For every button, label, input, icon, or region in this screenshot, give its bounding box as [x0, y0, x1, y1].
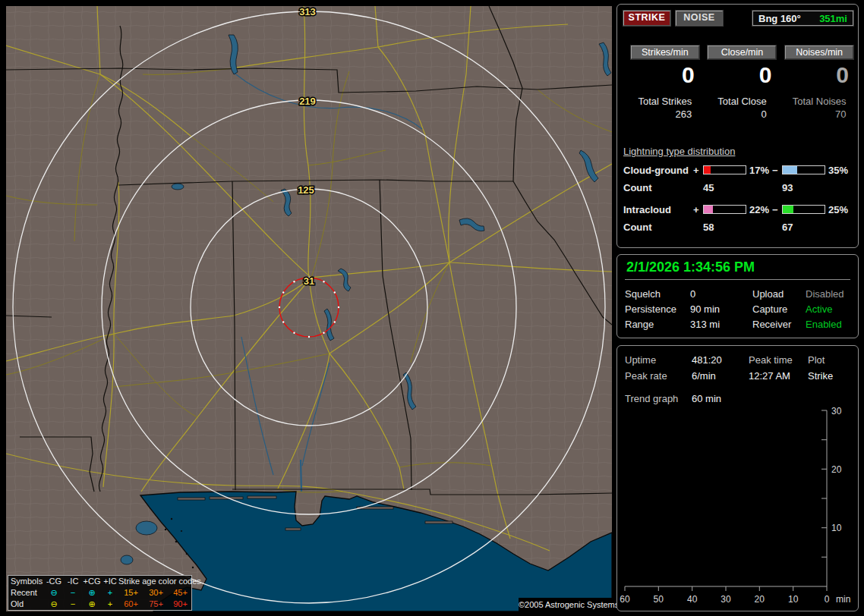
plus-sign: +	[693, 204, 703, 215]
legend-old-row: Old ⊖ − ⊕ + 60+ 75+ 90+	[8, 599, 191, 610]
noises-per-min-button[interactable]: Noises/min	[785, 46, 853, 59]
ic-positive-pct: 22%	[746, 204, 772, 215]
uptime-value: 481:20	[692, 352, 749, 368]
intracloud-label: Intracloud	[623, 204, 693, 215]
plus-sign: +	[693, 165, 703, 176]
capture-status: Active	[806, 302, 850, 317]
x-tick-20: 20	[755, 594, 765, 605]
persistence-value: 90 min	[690, 302, 752, 317]
noise-mode-button[interactable]: NOISE	[676, 11, 723, 26]
recent-pos-cg-icon: ⊕	[82, 587, 102, 599]
counters-panel: STRIKE NOISE Bng 160° 351mi Strikes/min …	[616, 4, 859, 248]
legend-col-pos-ic: +IC	[102, 576, 118, 587]
total-close: Total Close 0	[717, 96, 766, 120]
total-noises-value: 70	[793, 108, 847, 120]
receiver-label: Receiver	[752, 317, 806, 332]
status-panel: 2/1/2026 1:34:56 PM Squelch 0 Upload Dis…	[616, 254, 859, 338]
trend-axes	[625, 410, 827, 591]
legend-header-row: Symbols -CG -IC +CG +IC Strike age color…	[8, 576, 191, 587]
strikes-per-min-button[interactable]: Strikes/min	[631, 46, 699, 59]
total-close-label: Total Close	[717, 96, 766, 107]
x-tick-40: 40	[687, 594, 698, 605]
plot-value: Strike	[808, 368, 850, 384]
peak-time-label: Peak time	[749, 352, 808, 368]
cg-negative-bar	[782, 165, 825, 174]
age-30: 30+	[143, 587, 169, 599]
upload-status: Disabled	[806, 287, 850, 302]
cloud-ground-label: Cloud-ground	[623, 165, 693, 176]
ring-label-125: 125	[298, 184, 314, 196]
persistence-label: Persistence	[625, 302, 690, 317]
minus-sign: −	[772, 165, 782, 176]
map-legend: Symbols -CG -IC +CG +IC Strike age color…	[8, 575, 192, 611]
close-per-min-value: 0	[704, 61, 781, 90]
uptime-label: Uptime	[625, 352, 692, 368]
cg-count-label: Count	[623, 182, 693, 194]
total-strikes-label: Total Strikes	[638, 96, 692, 107]
old-pos-cg-icon: ⊕	[82, 599, 102, 610]
radar-map[interactable]: 31 125 219 313	[6, 6, 612, 611]
age-75: 75+	[143, 599, 169, 610]
copyright-notice: ©2005 Astrogenic Systems	[519, 598, 613, 611]
x-tick-0: 0	[825, 594, 830, 605]
ring-label-219: 219	[299, 96, 316, 107]
x-tick-10: 10	[788, 594, 799, 605]
age-60: 60+	[118, 599, 143, 610]
total-strikes: Total Strikes 263	[638, 96, 692, 120]
old-pos-ic-icon: +	[102, 599, 118, 610]
total-close-value: 0	[717, 108, 766, 120]
plot-label: Plot	[808, 352, 850, 368]
strikes-per-min-value: 0	[626, 61, 704, 90]
y-tick-20: 20	[831, 464, 842, 475]
range-label: Range	[625, 317, 690, 332]
ic-positive-bar	[703, 205, 746, 214]
legend-recent-label: Recent	[11, 587, 44, 599]
cg-positive-fill	[704, 166, 711, 174]
ic-negative-fill	[783, 206, 793, 213]
recent-pos-ic-icon: +	[102, 587, 118, 599]
legend-col-pos-cg: +CG	[82, 576, 102, 587]
squelch-label: Squelch	[625, 287, 690, 302]
cg-negative-fill	[783, 166, 797, 174]
cg-negative-count: 93	[772, 182, 793, 194]
noises-per-min-value: 0	[780, 61, 858, 90]
peak-rate-value: 6/min	[692, 368, 749, 384]
datetime-display: 2/1/2026 1:34:56 PM	[625, 258, 850, 280]
intracloud-count-row: Count 58 67	[623, 222, 852, 234]
cloud-ground-count-row: Count 45 93	[623, 182, 852, 194]
ring-label-313: 313	[299, 6, 316, 17]
ic-negative-count: 67	[772, 222, 793, 234]
y-tick-10: 10	[831, 523, 842, 533]
ic-negative-pct: 25%	[825, 204, 851, 215]
y-tick-30: 30	[831, 406, 842, 416]
cg-positive-pct: 17%	[746, 165, 772, 176]
receiver-status: Enabled	[806, 317, 850, 332]
legend-col-neg-cg: -CG	[44, 576, 64, 587]
ic-positive-fill	[704, 206, 713, 213]
legend-col-neg-ic: -IC	[64, 576, 82, 587]
old-neg-cg-icon: ⊖	[44, 599, 64, 610]
age-90: 90+	[169, 599, 192, 610]
recent-neg-cg-icon: ⊖	[44, 587, 64, 599]
capture-label: Capture	[752, 302, 806, 317]
legend-age-header: Strike age color codes	[118, 576, 192, 587]
ic-count-label: Count	[623, 222, 693, 234]
x-tick-30: 30	[721, 594, 731, 605]
bearing-readout: Bng 160° 351mi	[752, 11, 853, 26]
x-tick-60: 60	[620, 594, 630, 605]
total-strikes-value: 263	[638, 108, 692, 120]
legend-symbols-header: Symbols	[11, 576, 44, 587]
age-15: 15+	[118, 587, 143, 599]
intracloud-row: Intracloud + 22% − 25%	[623, 203, 852, 215]
cg-negative-pct: 35%	[825, 165, 851, 176]
total-noises: Total Noises 70	[793, 96, 847, 120]
legend-old-label: Old	[11, 599, 44, 610]
legend-recent-row: Recent ⊖ − ⊕ + 15+ 30+ 45+	[8, 587, 191, 599]
trend-graph: 30 20 10 60 50 40 30 20 10 0 min	[619, 401, 857, 607]
x-tick-50: 50	[654, 594, 664, 605]
upload-label: Upload	[752, 287, 806, 302]
cg-positive-count: 45	[693, 182, 772, 194]
peak-rate-label: Peak rate	[625, 368, 692, 384]
strike-mode-button[interactable]: STRIKE	[623, 11, 670, 26]
close-per-min-button[interactable]: Close/min	[708, 46, 776, 59]
